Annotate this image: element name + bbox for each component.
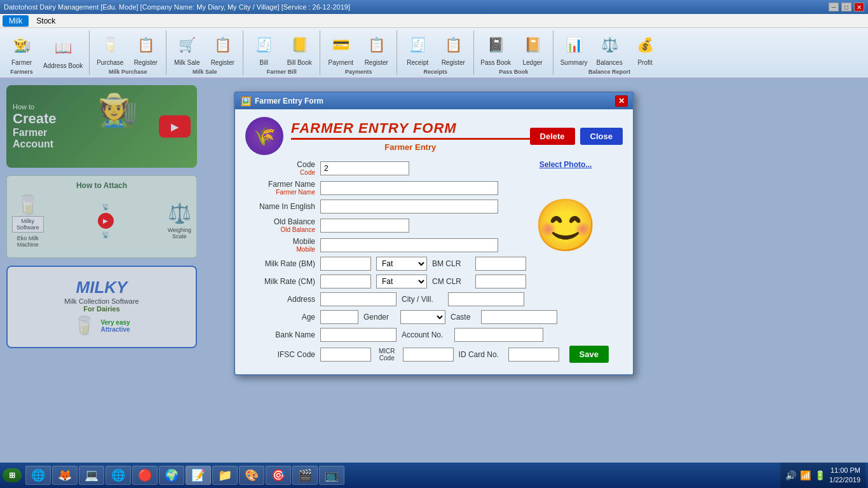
- receipt-register-icon: 📋: [440, 32, 466, 58]
- toolbar-btn-receipt-register[interactable]: 📋 Register: [437, 30, 470, 69]
- dialog-window-close-btn[interactable]: ✕: [615, 95, 628, 107]
- ifsc-input[interactable]: [320, 348, 371, 362]
- toolbar-group-milk-sale: 🛒 Milk Sale 📋 Register Milk Sale: [170, 30, 243, 75]
- modal-overlay: 🖼️ Farmer Entry Form ✕ 🌾 FARMER ENTRY FO…: [0, 79, 868, 470]
- start-button[interactable]: ⊞: [3, 468, 22, 482]
- old-balance-main-label: Old Balance: [274, 217, 315, 226]
- toolbar-btn-purchase-register[interactable]: 📋 Register: [129, 30, 162, 69]
- toolbar-btn-profit[interactable]: 💰 Profit: [628, 30, 661, 69]
- taskbar-app-11[interactable]: 🎬: [292, 466, 318, 485]
- close-button-dialog[interactable]: Close: [580, 128, 623, 145]
- mobile-main-label: Mobile: [293, 237, 315, 246]
- menu-milk[interactable]: Milk: [3, 15, 29, 27]
- fat-bm-select[interactable]: Fat SNF FAT+SNF: [376, 257, 427, 271]
- milk-rate-bm-label-container: Milk Rate (BM): [245, 259, 315, 268]
- milk-sale-btn-label: Milk Sale: [174, 59, 200, 67]
- account-no-input[interactable]: [454, 328, 543, 342]
- content-area: How to Create Farmer Account ▶ 🧑‍🌾 How t…: [0, 79, 868, 470]
- ifsc-label-container: IFSC Code: [245, 350, 315, 359]
- toolbar-group-milk-purchase: 🥛 Purchase 📋 Register Milk Purchase: [93, 30, 166, 75]
- ledger-btn-label: Ledger: [523, 59, 543, 67]
- dialog-title-text: Farmer Entry Form: [255, 97, 323, 105]
- toolbar-btn-bill-book[interactable]: 📒 Bill Book: [283, 30, 316, 69]
- dialog-title-underline: [291, 138, 530, 140]
- summary-btn-label: Summary: [560, 59, 588, 67]
- toolbar-btn-ledger[interactable]: 📔 Ledger: [516, 30, 549, 69]
- dialog-header-buttons: Delete Close: [530, 128, 623, 145]
- close-button[interactable]: ✕: [854, 3, 864, 11]
- address-input[interactable]: [320, 292, 397, 306]
- minimize-button[interactable]: ─: [829, 3, 839, 11]
- farmer-name-main-label: Farmer Name: [268, 180, 315, 189]
- city-vill-input[interactable]: [448, 292, 524, 306]
- milk-rate-cm-input[interactable]: [320, 274, 371, 288]
- taskbar: ⊞ 🌐 🦊 💻 🌐 🔴 🌍 📝 📁 🎨 🎯 🎬 📺 🔊 📶 🔋 11:00 PM…: [0, 463, 868, 488]
- bill-book-btn-label: Bill Book: [287, 59, 312, 67]
- toolbar-btn-milk-sale[interactable]: 🛒 Milk Sale: [170, 30, 203, 69]
- fat-cm-select[interactable]: Fat SNF FAT+SNF: [376, 274, 427, 288]
- caste-label: Caste: [451, 313, 476, 322]
- system-tray: 🔊 📶 🔋 11:00 PM 1/22/2019: [780, 463, 865, 488]
- menu-bar: Milk Stock: [0, 14, 868, 28]
- taskbar-app-2[interactable]: 🦊: [52, 466, 78, 485]
- micr-input[interactable]: [403, 348, 454, 362]
- id-card-no-input[interactable]: [508, 348, 559, 362]
- toolbar-group-balance-report: 📊 Summary ⚖️ Balances 💰 Profit Balance R…: [557, 30, 665, 75]
- payment-register-btn-label: Register: [365, 59, 388, 67]
- age-input[interactable]: [320, 310, 358, 324]
- account-no-label: Account No.: [402, 330, 449, 339]
- payment-icon: 💳: [328, 32, 353, 58]
- toolbar-btn-address-book[interactable]: 📖 Address Book: [41, 33, 85, 72]
- toolbar-btn-payment[interactable]: 💳 Payment: [324, 30, 357, 69]
- summary-icon: 📊: [561, 32, 587, 58]
- taskbar-app-10[interactable]: 🎯: [266, 466, 291, 485]
- photo-area: Select Photo... 😊: [508, 160, 623, 280]
- bank-name-input[interactable]: [320, 328, 397, 342]
- mobile-input[interactable]: [320, 238, 498, 252]
- address-row: Address City / Vill.: [245, 292, 557, 306]
- toolbar-btn-summary[interactable]: 📊 Summary: [557, 30, 590, 69]
- old-balance-sub-label: Old Balance: [245, 226, 315, 233]
- toolbar-btn-bill[interactable]: 🧾 Bill: [247, 30, 280, 69]
- toolbar-btn-sale-register[interactable]: 📋 Register: [206, 30, 239, 69]
- toolbar-btn-balances[interactable]: ⚖️ Balances: [593, 30, 626, 69]
- menu-stock[interactable]: Stock: [30, 15, 62, 27]
- save-button[interactable]: Save: [569, 346, 609, 363]
- taskbar-app-7[interactable]: 📝: [186, 466, 211, 485]
- gender-select[interactable]: Male Female Other: [400, 310, 445, 324]
- receipt-icon: 🧾: [405, 32, 430, 58]
- taskbar-app-3[interactable]: 💻: [79, 466, 104, 485]
- milk-rate-bm-input[interactable]: [320, 257, 371, 271]
- toolbar-btn-farmer[interactable]: 👨‍🌾 Farmer: [5, 30, 38, 69]
- select-photo-link[interactable]: Select Photo...: [508, 160, 623, 169]
- delete-button[interactable]: Delete: [530, 128, 575, 145]
- taskbar-app-4[interactable]: 🌐: [105, 466, 131, 485]
- clock-time: 11:00 PM: [829, 466, 860, 475]
- code-input[interactable]: [320, 161, 409, 175]
- windows-icon: ⊞: [9, 471, 15, 480]
- sale-register-icon: 📋: [210, 32, 235, 58]
- tray-icon-2: 📶: [800, 470, 811, 480]
- taskbar-app-5[interactable]: 🔴: [132, 466, 158, 485]
- farmer-name-input[interactable]: [320, 181, 498, 195]
- tray-icon-1: 🔊: [785, 470, 796, 480]
- milk-rate-cm-label-container: Milk Rate (CM): [245, 277, 315, 286]
- milk-rate-cm-label: Milk Rate (CM): [264, 277, 315, 286]
- old-balance-input[interactable]: [320, 219, 409, 233]
- taskbar-app-6[interactable]: 🌍: [159, 466, 184, 485]
- taskbar-app-12[interactable]: 📺: [319, 466, 344, 485]
- toolbar-btn-receipt[interactable]: 🧾 Receipt: [401, 30, 434, 69]
- taskbar-app-1[interactable]: 🌐: [25, 466, 51, 485]
- toolbar-btn-purchase[interactable]: 🥛 Purchase: [93, 30, 126, 69]
- taskbar-app-9[interactable]: 🎨: [239, 466, 264, 485]
- taskbar-app-8[interactable]: 📁: [212, 466, 238, 485]
- caste-input[interactable]: [481, 310, 557, 324]
- maximize-button[interactable]: □: [841, 3, 851, 11]
- toolbar-btn-pass-book[interactable]: 📓 Pass Book: [478, 30, 513, 69]
- farmers-group-label: Farmers: [10, 69, 33, 76]
- title-bar-controls[interactable]: ─ □ ✕: [829, 3, 864, 11]
- toolbar-btn-payment-register[interactable]: 📋 Register: [360, 30, 393, 69]
- address-label: Address: [287, 295, 315, 304]
- ledger-icon: 📔: [520, 32, 545, 58]
- name-english-input[interactable]: [320, 200, 498, 214]
